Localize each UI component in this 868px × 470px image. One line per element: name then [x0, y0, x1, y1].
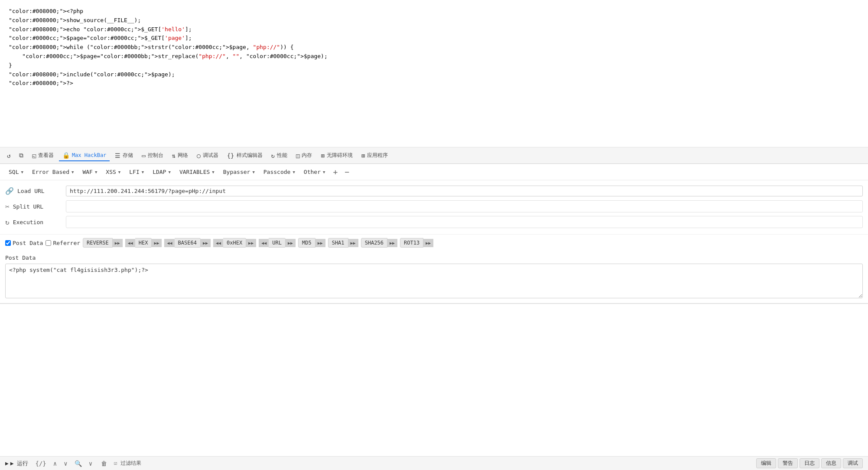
refresh-icon: ↺ — [7, 152, 10, 159]
post-data-section: Post Data — [0, 251, 868, 303]
url-btn[interactable]: ◀◀ URL ▶▶ — [259, 238, 296, 248]
accessibility-icon: ⊞ — [321, 152, 324, 159]
0xhex-btn[interactable]: ◀◀ 0xHEX ▶▶ — [213, 238, 256, 248]
lfi-arrow: ▼ — [142, 170, 144, 174]
rot13-btn[interactable]: ROT13 ▶▶ — [400, 238, 433, 248]
md5-btn[interactable]: MD5 ▶▶ — [298, 238, 325, 248]
base64-right-arrow: ▶▶ — [201, 239, 211, 247]
referrer-check-item: Referrer — [46, 240, 80, 246]
hackbar-btn[interactable]: 🔒 Max HackBar — [59, 150, 110, 161]
hackbar-icon: 🔒 — [62, 152, 70, 159]
storage-btn[interactable]: ☰ 存储 — [111, 150, 137, 161]
post-data-checkbox[interactable] — [5, 240, 11, 246]
reverse-btn[interactable]: REVERSE ▶▶ — [83, 238, 123, 248]
hex-right-arrow: ▶▶ — [152, 239, 162, 247]
split-url-label-container: ✂ Split URL — [5, 202, 66, 211]
variables-arrow: ▼ — [212, 170, 214, 174]
browser-toolbar: ↺ ⧉ ◱ 查看器 🔒 Max HackBar ☰ 存储 ▭ 控制台 ⇅ 网络 … — [0, 147, 868, 164]
execution-label-container: ↻ Execution — [5, 218, 66, 226]
storage-icon: ☰ — [115, 152, 120, 159]
encode-row: Post Data Referrer REVERSE ▶▶ ◀◀ HEX ▶▶ … — [0, 234, 868, 251]
waf-arrow: ▼ — [95, 170, 97, 174]
sha1-btn[interactable]: SHA1 ▶▶ — [328, 238, 358, 248]
execution-row: ↻ Execution — [5, 215, 863, 229]
hex-left-arrow: ◀◀ — [125, 239, 135, 247]
application-btn[interactable]: ⊞ 应用程序 — [358, 150, 391, 161]
url-left-arrow: ◀◀ — [259, 239, 269, 247]
md5-right-arrow: ▶▶ — [315, 239, 325, 247]
network-btn[interactable]: ⇅ 网络 — [169, 150, 192, 161]
bypasser-menu[interactable]: Bypasser ▼ — [220, 167, 258, 177]
load-url-input[interactable] — [66, 186, 863, 196]
sha256-right-arrow: ▶▶ — [387, 239, 397, 247]
post-data-textarea[interactable] — [5, 264, 863, 298]
post-data-section-label: Post Data — [5, 255, 863, 261]
remove-menu-btn[interactable]: − — [342, 166, 352, 177]
network-icon: ⇅ — [172, 152, 176, 159]
other-arrow: ▼ — [323, 170, 325, 174]
add-menu-btn[interactable]: + — [330, 166, 340, 177]
post-data-check-item: Post Data — [5, 240, 43, 246]
sql-menu[interactable]: SQL ▼ — [5, 167, 27, 177]
split-url-input[interactable] — [66, 200, 863, 212]
base64-btn[interactable]: ◀◀ BASE64 ▶▶ — [164, 238, 210, 248]
style-editor-btn[interactable]: {} 样式编辑器 — [224, 150, 266, 161]
url-area: 🔗 Load URL ✂ Split URL ↻ Execution — [0, 180, 868, 234]
lfi-menu[interactable]: LFI ▼ — [126, 167, 147, 177]
debugger-icon: ◯ — [197, 152, 200, 159]
0xhex-right-arrow: ▶▶ — [246, 239, 256, 247]
scissors-icon: ✂ — [5, 202, 10, 211]
inspector-icon: ◱ — [32, 152, 36, 159]
refresh-btn[interactable]: ↺ — [3, 150, 14, 161]
console-icon: ▭ — [142, 152, 145, 159]
code-viewer: "color:#008000;"><?php "color:#008000;">… — [0, 0, 868, 147]
style-editor-icon: {} — [227, 152, 234, 159]
ldap-menu[interactable]: LDAP ▼ — [149, 167, 174, 177]
load-url-row: 🔗 Load URL — [5, 184, 863, 198]
screenshot-btn[interactable]: ⧉ — [16, 150, 27, 161]
application-icon: ⊞ — [361, 152, 365, 159]
url-right-arrow: ▶▶ — [286, 239, 296, 247]
hackbar-menu-bar: SQL ▼ Error Based ▼ WAF ▼ XSS ▼ LFI ▼ LD… — [0, 164, 868, 180]
execution-icon: ↻ — [5, 218, 10, 226]
load-url-label-container: 🔗 Load URL — [5, 187, 66, 195]
error-based-menu[interactable]: Error Based ▼ — [29, 167, 78, 177]
execution-input[interactable] — [66, 216, 863, 228]
sha256-btn[interactable]: SHA256 ▶▶ — [361, 238, 397, 248]
link-icon: 🔗 — [5, 187, 14, 195]
memory-btn[interactable]: ◫ 内存 — [293, 150, 315, 161]
xss-arrow: ▼ — [118, 170, 120, 174]
waf-menu[interactable]: WAF ▼ — [79, 167, 101, 177]
referrer-checkbox[interactable] — [46, 240, 51, 246]
memory-icon: ◫ — [296, 152, 299, 159]
variables-menu[interactable]: VARIABLES ▼ — [176, 167, 218, 177]
performance-btn[interactable]: ↻ 性能 — [268, 150, 291, 161]
passcode-menu[interactable]: Passcode ▼ — [260, 167, 299, 177]
passcode-arrow: ▼ — [293, 170, 295, 174]
error-based-arrow: ▼ — [72, 170, 74, 174]
rot13-right-arrow: ▶▶ — [423, 239, 433, 247]
inspector-btn[interactable]: ◱ 查看器 — [29, 150, 57, 161]
xss-menu[interactable]: XSS ▼ — [102, 167, 124, 177]
console-btn[interactable]: ▭ 控制台 — [138, 150, 166, 161]
sha1-right-arrow: ▶▶ — [348, 239, 358, 247]
other-menu[interactable]: Other ▼ — [300, 167, 329, 177]
base64-left-arrow: ◀◀ — [164, 239, 174, 247]
debugger-btn[interactable]: ◯ 调试器 — [193, 150, 221, 161]
hackbar-panel: SQL ▼ Error Based ▼ WAF ▼ XSS ▼ LFI ▼ LD… — [0, 164, 868, 304]
split-url-row: ✂ Split URL — [5, 199, 863, 213]
accessibility-btn[interactable]: ⊞ 无障碍环境 — [317, 150, 356, 161]
sql-arrow: ▼ — [21, 170, 23, 174]
performance-icon: ↻ — [271, 152, 275, 159]
bypasser-arrow: ▼ — [252, 170, 254, 174]
0xhex-left-arrow: ◀◀ — [213, 239, 223, 247]
hex-btn[interactable]: ◀◀ HEX ▶▶ — [125, 238, 162, 248]
ldap-arrow: ▼ — [168, 170, 170, 174]
screenshot-icon: ⧉ — [19, 152, 23, 159]
reverse-right-arrow: ▶▶ — [113, 239, 123, 247]
